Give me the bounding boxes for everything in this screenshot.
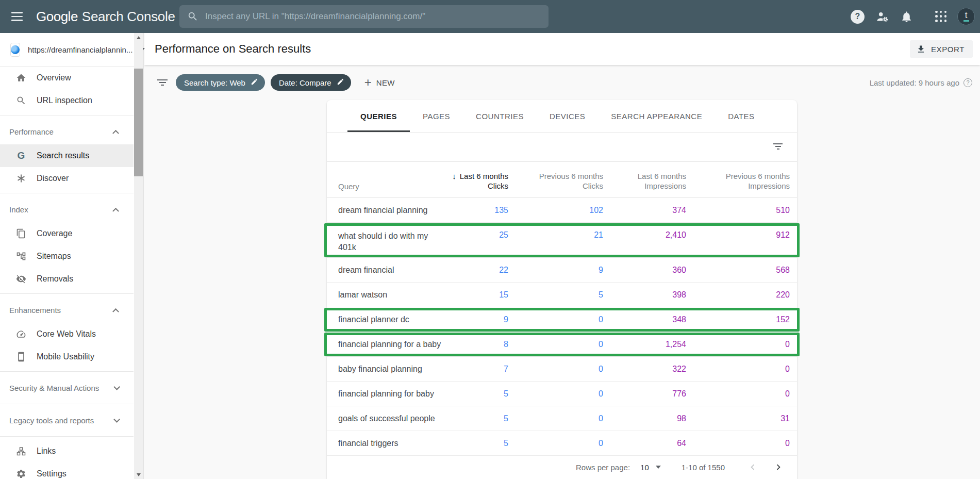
rows-per-page-dropdown-icon[interactable] (656, 466, 661, 469)
property-selector[interactable]: https://dreamfinancialplannin... (0, 33, 143, 67)
sidebar-item-url-inspection[interactable]: URL inspection (0, 89, 134, 112)
table-row[interactable]: financial planning for a baby801,2540 (327, 332, 797, 357)
scroll-down-icon[interactable] (134, 470, 143, 479)
value-cell-impressions: 2,410 (603, 223, 686, 240)
value-cell-impressions: 0 (686, 389, 790, 399)
filter-icon[interactable] (157, 79, 168, 86)
sidebar-section-legacy-tools-and-reports[interactable]: Legacy tools and reports (0, 407, 134, 433)
scrollbar-thumb[interactable] (134, 69, 143, 176)
next-page-icon[interactable] (772, 461, 785, 473)
property-label: https://dreamfinancialplannin... (28, 45, 132, 54)
help-circle-icon[interactable]: ? (964, 78, 972, 87)
sidebar-item-sitemaps[interactable]: Sitemaps (0, 245, 134, 268)
filter-chip-search-type-web[interactable]: Search type: Web (176, 74, 265, 91)
scroll-up-icon[interactable] (134, 33, 143, 42)
manage-users-icon[interactable] (875, 10, 889, 24)
query-cell: what should i do with my401k (327, 223, 441, 253)
value-cell-impressions: 912 (686, 223, 790, 240)
core-web-vitals-icon (15, 329, 27, 339)
url-inspect-searchbox[interactable]: Inspect any URL in "https://dreamfinanci… (179, 5, 549, 28)
tab-dates[interactable]: DATES (715, 100, 767, 132)
tab-search-appearance[interactable]: SEARCH APPEARANCE (598, 100, 715, 132)
column-header-previous-6-months-clicks[interactable]: Previous 6 monthsClicks (508, 171, 603, 197)
app-logo[interactable]: GoogleSearch Console (36, 9, 175, 25)
query-cell: baby financial planning (327, 364, 441, 375)
value-cell-clicks: 5 (441, 439, 508, 448)
sidebar-item-settings[interactable]: Settings (0, 463, 134, 479)
new-filter-button[interactable]: + NEW (364, 76, 395, 89)
sidebar-item-removals[interactable]: Removals (0, 268, 134, 290)
sidebar-item-label: Mobile Usability (37, 352, 94, 361)
search-icon (187, 11, 198, 22)
table-row[interactable]: dream financial229360568 (327, 258, 797, 283)
column-header-query[interactable]: Query (327, 182, 441, 197)
mobile-usability-icon (15, 352, 27, 362)
table-row[interactable]: lamar watson155398220 (327, 283, 797, 307)
sidebar-item-core-web-vitals[interactable]: Core Web Vitals (0, 323, 134, 345)
sidebar-section-performance[interactable]: Performance (0, 119, 134, 144)
column-header-last-6-months-impressions[interactable]: Last 6 monthsImpressions (603, 171, 686, 197)
sidebar-section-security-manual-actions[interactable]: Security & Manual Actions (0, 375, 134, 401)
tab-pages[interactable]: PAGES (410, 100, 463, 132)
sidebar-nav: OverviewURL inspectionPerformanceGSearch… (0, 67, 134, 479)
table-row[interactable]: financial planning for baby507760 (327, 382, 797, 406)
table-row[interactable]: what should i do with my401k25212,410912 (327, 223, 797, 258)
value-cell-impressions: 220 (686, 290, 790, 300)
column-header-previous-6-months-impressions[interactable]: Previous 6 monthsImpressions (686, 171, 790, 197)
table-row[interactable]: financial planner dc90348152 (327, 307, 797, 332)
query-cell: financial planning for baby (327, 388, 441, 400)
table-filter-icon[interactable] (773, 143, 783, 150)
column-header-last-6-months-clicks[interactable]: ↓Last 6 monthsClicks (441, 171, 508, 197)
sidebar-item-search-results[interactable]: GSearch results (0, 144, 134, 167)
sidebar-item-discover[interactable]: Discover (0, 167, 134, 190)
sidebar-section-index[interactable]: Index (0, 196, 134, 222)
value-cell-clicks: 102 (508, 206, 603, 215)
edit-pencil-icon[interactable] (337, 78, 344, 87)
sidebar-item-links[interactable]: Links (0, 440, 134, 463)
edit-pencil-icon[interactable] (251, 78, 258, 87)
pagination-range: 1-10 of 1550 (682, 463, 725, 472)
header-line1: Previous 6 months (686, 171, 790, 181)
value-cell-clicks: 9 (508, 266, 603, 275)
value-cell-impressions: 0 (686, 340, 790, 349)
value-cell-clicks: 0 (508, 340, 603, 349)
previous-page-icon[interactable] (746, 461, 759, 473)
value-cell-clicks: 0 (508, 414, 603, 423)
sidebar-item-mobile-usability[interactable]: Mobile Usability (0, 345, 134, 368)
chevron-down-icon (113, 384, 120, 390)
table-row[interactable]: financial triggers50640 (327, 431, 797, 456)
download-icon (916, 44, 926, 54)
sidebar-divider (0, 404, 134, 404)
value-cell-impressions: 360 (603, 266, 686, 275)
avatar[interactable]: t (957, 8, 975, 25)
tab-countries[interactable]: COUNTRIES (463, 100, 537, 132)
value-cell-impressions: 776 (603, 389, 686, 399)
dimension-tabs: QUERIESPAGESCOUNTRIESDEVICESSEARCH APPEA… (327, 100, 797, 133)
sidebar-item-overview[interactable]: Overview (0, 67, 134, 89)
sidebar-item-label: Sitemaps (37, 252, 71, 261)
table-row[interactable]: baby financial planning703220 (327, 357, 797, 382)
table-row[interactable]: dream financial planning135102374510 (327, 198, 797, 223)
page-header: Performance on Search results EXPORT (144, 33, 980, 65)
apps-grid-icon[interactable] (935, 11, 947, 23)
sidebar-scrollbar[interactable] (134, 33, 143, 479)
notifications-icon[interactable] (900, 10, 913, 23)
menu-icon[interactable] (11, 12, 24, 21)
sidebar-item-coverage[interactable]: Coverage (0, 222, 134, 245)
value-cell-clicks: 0 (508, 389, 603, 399)
help-icon[interactable]: ? (851, 10, 865, 24)
settings-icon (15, 469, 27, 479)
sidebar-section-enhancements[interactable]: Enhancements (0, 297, 134, 323)
header-line1: ↓Last 6 months (441, 171, 508, 181)
tab-queries[interactable]: QUERIES (347, 100, 410, 132)
rows-per-page-value[interactable]: 10 (640, 463, 649, 472)
export-button[interactable]: EXPORT (910, 40, 973, 58)
sidebar-item-label: Coverage (37, 229, 72, 238)
tab-devices[interactable]: DEVICES (537, 100, 598, 132)
table-row[interactable]: goals of successful people509831 (327, 406, 797, 431)
table-header-row: Query↓Last 6 monthsClicksPrevious 6 mont… (327, 162, 797, 198)
value-cell-impressions: 322 (603, 365, 686, 374)
report-card: QUERIESPAGESCOUNTRIESDEVICESSEARCH APPEA… (327, 100, 797, 479)
value-cell-clicks: 5 (441, 389, 508, 399)
filter-chip-date-compare[interactable]: Date: Compare (271, 74, 351, 91)
